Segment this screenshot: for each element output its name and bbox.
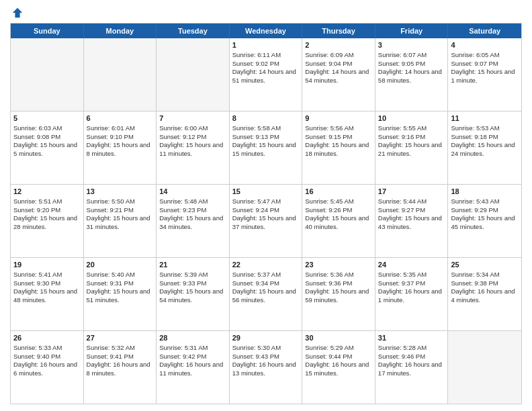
- sunset-text: Sunset: 9:10 PM: [87, 133, 134, 140]
- daylight-text: Daylight: 15 hours and 15 minutes.: [232, 141, 296, 157]
- sunset-text: Sunset: 9:16 PM: [378, 133, 425, 140]
- sunset-text: Sunset: 9:24 PM: [232, 206, 279, 214]
- sunrise-text: Sunrise: 5:28 AM: [378, 344, 427, 351]
- header-day-saturday: Saturday: [448, 24, 521, 38]
- calendar-cell: 11Sunrise: 5:53 AMSunset: 9:18 PMDayligh…: [448, 111, 521, 184]
- daylight-text: Daylight: 15 hours and 1 minute.: [451, 68, 515, 84]
- header-day-thursday: Thursday: [302, 24, 375, 38]
- sunset-text: Sunset: 9:27 PM: [378, 206, 425, 214]
- day-number: 29: [232, 333, 300, 343]
- daylight-text: Daylight: 15 hours and 40 minutes.: [305, 214, 369, 230]
- calendar-cell: 3Sunrise: 6:07 AMSunset: 9:05 PMDaylight…: [375, 38, 449, 111]
- day-number: 28: [159, 333, 226, 343]
- sunrise-text: Sunrise: 5:50 AM: [87, 197, 135, 205]
- sunrise-text: Sunrise: 5:34 AM: [451, 271, 499, 278]
- daylight-text: Daylight: 15 hours and 37 minutes.: [232, 214, 296, 230]
- day-number: 17: [378, 187, 445, 197]
- sunrise-text: Sunrise: 5:33 AM: [13, 344, 62, 351]
- calendar-row-4: 26Sunrise: 5:33 AMSunset: 9:40 PMDayligh…: [11, 331, 521, 404]
- sunset-text: Sunset: 9:29 PM: [451, 206, 498, 214]
- logo: [10, 7, 24, 19]
- header-day-wednesday: Wednesday: [230, 24, 303, 38]
- day-number: 20: [87, 260, 154, 270]
- daylight-text: Daylight: 16 hours and 11 minutes.: [159, 361, 223, 377]
- day-number: 3: [378, 40, 445, 50]
- calendar-cell: 17Sunrise: 5:44 AMSunset: 9:27 PMDayligh…: [375, 185, 449, 257]
- daylight-text: Daylight: 15 hours and 21 minutes.: [378, 141, 442, 157]
- calendar-cell: 5Sunrise: 6:03 AMSunset: 9:08 PMDaylight…: [11, 111, 84, 184]
- day-number: 21: [159, 260, 226, 270]
- daylight-text: Daylight: 14 hours and 51 minutes.: [232, 68, 296, 84]
- day-number: 1: [232, 40, 300, 50]
- sunset-text: Sunset: 9:23 PM: [159, 206, 206, 214]
- svg-marker-0: [13, 8, 22, 17]
- day-number: 23: [305, 260, 372, 270]
- sunrise-text: Sunrise: 5:37 AM: [232, 271, 281, 278]
- daylight-text: Daylight: 15 hours and 51 minutes.: [87, 287, 150, 304]
- sunrise-text: Sunrise: 5:35 AM: [378, 271, 427, 278]
- calendar-cell: 6Sunrise: 6:01 AMSunset: 9:10 PMDaylight…: [84, 111, 157, 184]
- daylight-text: Daylight: 14 hours and 58 minutes.: [378, 68, 442, 84]
- header-day-friday: Friday: [375, 24, 449, 38]
- day-number: 16: [305, 187, 372, 197]
- sunrise-text: Sunrise: 6:00 AM: [159, 124, 208, 132]
- calendar-row-2: 12Sunrise: 5:51 AMSunset: 9:20 PMDayligh…: [11, 185, 521, 258]
- calendar-cell: 22Sunrise: 5:37 AMSunset: 9:34 PMDayligh…: [230, 258, 303, 330]
- daylight-text: Daylight: 15 hours and 56 minutes.: [232, 287, 296, 304]
- calendar-row-1: 5Sunrise: 6:03 AMSunset: 9:08 PMDaylight…: [11, 111, 521, 185]
- daylight-text: Daylight: 16 hours and 13 minutes.: [232, 361, 296, 377]
- daylight-text: Daylight: 15 hours and 54 minutes.: [159, 287, 223, 304]
- day-number: 9: [305, 113, 372, 124]
- sunrise-text: Sunrise: 6:09 AM: [305, 51, 353, 58]
- daylight-text: Daylight: 15 hours and 11 minutes.: [159, 141, 223, 157]
- daylight-text: Daylight: 16 hours and 8 minutes.: [87, 361, 150, 377]
- day-number: 2: [305, 40, 372, 50]
- daylight-text: Daylight: 15 hours and 43 minutes.: [378, 214, 442, 230]
- sunrise-text: Sunrise: 5:39 AM: [159, 271, 208, 278]
- calendar-cell: 25Sunrise: 5:34 AMSunset: 9:38 PMDayligh…: [448, 258, 521, 330]
- sunrise-text: Sunrise: 5:29 AM: [305, 344, 353, 351]
- sunrise-text: Sunrise: 6:03 AM: [13, 124, 62, 132]
- sunrise-text: Sunrise: 5:55 AM: [378, 124, 427, 132]
- day-number: 18: [451, 187, 519, 197]
- daylight-text: Daylight: 14 hours and 54 minutes.: [305, 68, 369, 84]
- sunrise-text: Sunrise: 5:53 AM: [451, 124, 499, 132]
- sunset-text: Sunset: 9:04 PM: [305, 60, 352, 67]
- calendar: SundayMondayTuesdayWednesdayThursdayFrid…: [10, 23, 522, 404]
- sunrise-text: Sunrise: 6:01 AM: [87, 124, 135, 132]
- day-number: 10: [378, 113, 445, 124]
- calendar-cell: 24Sunrise: 5:35 AMSunset: 9:37 PMDayligh…: [375, 258, 449, 330]
- calendar-body: 1Sunrise: 6:11 AMSunset: 9:02 PMDaylight…: [11, 38, 521, 404]
- sunset-text: Sunset: 9:42 PM: [159, 353, 206, 360]
- sunset-text: Sunset: 9:34 PM: [232, 279, 279, 287]
- calendar-cell: 28Sunrise: 5:31 AMSunset: 9:42 PMDayligh…: [157, 331, 230, 404]
- logo-icon: [11, 7, 24, 19]
- daylight-text: Daylight: 15 hours and 8 minutes.: [87, 141, 150, 157]
- calendar-cell: 12Sunrise: 5:51 AMSunset: 9:20 PMDayligh…: [11, 185, 84, 257]
- day-number: 13: [87, 187, 154, 197]
- calendar-cell: 31Sunrise: 5:28 AMSunset: 9:46 PMDayligh…: [375, 331, 449, 404]
- day-number: 4: [451, 40, 519, 50]
- sunrise-text: Sunrise: 5:58 AM: [232, 124, 281, 132]
- calendar-cell: 4Sunrise: 6:05 AMSunset: 9:07 PMDaylight…: [448, 38, 521, 111]
- calendar-cell: [84, 38, 157, 111]
- sunrise-text: Sunrise: 6:07 AM: [378, 51, 427, 58]
- daylight-text: Daylight: 16 hours and 6 minutes.: [13, 361, 77, 377]
- sunset-text: Sunset: 9:15 PM: [305, 133, 352, 140]
- sunrise-text: Sunrise: 6:11 AM: [232, 51, 281, 58]
- sunset-text: Sunset: 9:02 PM: [232, 60, 279, 67]
- sunrise-text: Sunrise: 5:30 AM: [232, 344, 281, 351]
- sunrise-text: Sunrise: 5:31 AM: [159, 344, 208, 351]
- calendar-row-3: 19Sunrise: 5:41 AMSunset: 9:30 PMDayligh…: [11, 258, 521, 331]
- daylight-text: Daylight: 15 hours and 5 minutes.: [13, 141, 77, 157]
- daylight-text: Daylight: 15 hours and 45 minutes.: [451, 214, 515, 230]
- daylight-text: Daylight: 16 hours and 17 minutes.: [378, 361, 442, 377]
- calendar-cell: 27Sunrise: 5:32 AMSunset: 9:41 PMDayligh…: [84, 331, 157, 404]
- calendar-cell: 15Sunrise: 5:47 AMSunset: 9:24 PMDayligh…: [230, 185, 303, 257]
- sunrise-text: Sunrise: 5:44 AM: [378, 197, 427, 205]
- sunrise-text: Sunrise: 5:56 AM: [305, 124, 353, 132]
- sunrise-text: Sunrise: 6:05 AM: [451, 51, 499, 58]
- daylight-text: Daylight: 15 hours and 24 minutes.: [451, 141, 515, 157]
- daylight-text: Daylight: 15 hours and 28 minutes.: [13, 214, 77, 230]
- daylight-text: Daylight: 15 hours and 59 minutes.: [305, 287, 369, 304]
